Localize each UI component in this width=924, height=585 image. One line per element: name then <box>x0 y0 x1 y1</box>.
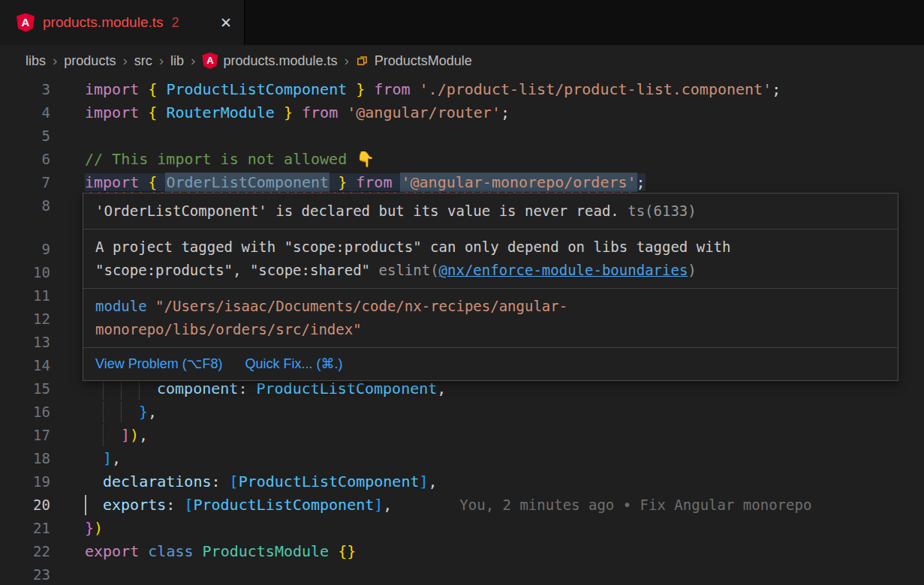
code-token: {} <box>338 542 356 560</box>
indent-guide <box>103 378 104 400</box>
hover-row-module-info: module "/Users/isaac/Documents/code/nx-r… <box>83 289 898 348</box>
breadcrumb-item-productsmodule[interactable]: ProductsModule <box>356 53 472 69</box>
tab-title: products.module.ts <box>43 14 164 31</box>
code-token: , <box>139 426 148 444</box>
eslint-rule-link[interactable]: @nx/enforce-module-boundaries <box>439 262 688 278</box>
breadcrumb-item-products-module-ts[interactable]: Aproducts.module.ts <box>202 52 337 69</box>
breadcrumb-separator: › <box>191 52 195 69</box>
indent-guide <box>121 378 122 400</box>
hover-row-ts-diagnostic: 'OrderListComponent' is declared but its… <box>83 194 898 230</box>
code-token: // This import is not allowed <box>85 150 356 168</box>
code-token: import <box>85 173 148 191</box>
code-token: : <box>166 496 184 514</box>
line-number-8[interactable]: 8 <box>0 194 50 218</box>
code-token: ; <box>501 104 510 122</box>
breadcrumb-separator: › <box>53 52 57 69</box>
code-line-6[interactable]: // This import is not allowed 👇 <box>85 148 924 171</box>
line-number-7[interactable]: 7 <box>0 171 50 194</box>
line-number-19[interactable]: 19 <box>0 470 50 494</box>
code-line-20[interactable]: exports: [ProductListComponent],You, 2 m… <box>85 494 924 517</box>
code-line-23[interactable] <box>85 563 924 585</box>
breadcrumb-label: src <box>134 53 152 69</box>
code-token: [ <box>184 496 193 514</box>
breadcrumb-separator: › <box>344 52 348 69</box>
line-number-9[interactable]: 9 <box>0 238 50 261</box>
breadcrumb-item-lib[interactable]: lib <box>170 53 184 69</box>
code-line-3[interactable]: import { ProductListComponent } from './… <box>85 78 924 101</box>
hover-text: ts(6133) <box>619 202 697 219</box>
code-token: ProductListComponent <box>193 496 374 514</box>
code-line-21[interactable]: }) <box>85 517 924 540</box>
code-token: exports <box>103 496 166 514</box>
code-token: component <box>157 380 238 398</box>
angular-icon: A <box>202 52 218 69</box>
code-token: { <box>148 80 166 98</box>
hover-text: eslint <box>379 262 431 278</box>
breadcrumb-label: ProductsModule <box>375 53 472 69</box>
code-line-18[interactable]: ], <box>85 447 924 470</box>
line-number-10[interactable]: 10 <box>0 261 50 284</box>
code-line-19[interactable]: declarations: [ProductListComponent], <box>85 470 924 494</box>
angular-icon-letter: A <box>22 16 30 28</box>
code-line-7[interactable]: import { OrderListComponent } from '@ang… <box>85 171 924 194</box>
breadcrumb-item-libs[interactable]: libs <box>26 53 46 69</box>
tab-bar: A products.module.ts 2 ✕ <box>0 0 924 45</box>
tab-products-module-ts[interactable]: A products.module.ts 2 ✕ <box>0 0 245 45</box>
line-number-13[interactable]: 13 <box>0 331 50 354</box>
line-number-22[interactable]: 22 <box>0 540 50 563</box>
line-number-14[interactable]: 14 <box>0 354 50 377</box>
hover-rows: 'OrderListComponent' is declared but its… <box>83 194 898 348</box>
code-token: : <box>212 472 230 490</box>
code-token: } <box>275 104 293 122</box>
hover-text: "/Users/isaac/Documents/code/nx-recipes/… <box>95 298 567 338</box>
quick-fix-action[interactable]: Quick Fix... (⌘.) <box>245 355 342 373</box>
line-number-18[interactable]: 18 <box>0 447 50 470</box>
class-symbol-icon <box>356 54 369 68</box>
code-token: ; <box>637 173 646 191</box>
indent-guide <box>103 401 104 423</box>
code-token: ] <box>103 449 112 467</box>
line-number-12[interactable]: 12 <box>0 308 50 331</box>
code-token: './product-list/product-list.component' <box>420 80 772 98</box>
line-number-4[interactable]: 4 <box>0 101 50 124</box>
line-number-23[interactable]: 23 <box>0 563 50 585</box>
code-token: { <box>148 173 166 191</box>
line-number-20[interactable]: 20 <box>0 494 50 517</box>
indent-guide <box>103 424 104 446</box>
hover-actions: View Problem (⌥F8)Quick Fix... (⌘.) <box>83 348 898 380</box>
hover-text: module <box>95 298 155 314</box>
line-number-17[interactable]: 17 <box>0 424 50 447</box>
close-icon[interactable]: ✕ <box>220 14 232 32</box>
code-token: export <box>85 542 148 560</box>
line-number-16[interactable]: 16 <box>0 400 50 424</box>
breadcrumb-item-src[interactable]: src <box>134 53 152 69</box>
code-line-4[interactable]: import { RouterModule } from '@angular/r… <box>85 101 924 124</box>
code-token: class <box>148 542 202 560</box>
code-token: ] <box>419 472 428 490</box>
code-token: ] <box>374 496 383 514</box>
code-token: '@angular/router' <box>347 104 501 122</box>
code-line-5[interactable] <box>85 124 924 148</box>
code-line-17[interactable]: ]), <box>85 424 924 447</box>
line-number-11[interactable]: 11 <box>0 284 50 308</box>
hover-text: ) <box>688 262 696 278</box>
line-number-5[interactable]: 5 <box>0 124 50 148</box>
line-number-15[interactable]: 15 <box>0 377 50 400</box>
code-token: ProductsModule <box>203 542 339 560</box>
breadcrumb: libs›products›src›lib›Aproducts.module.t… <box>0 45 924 76</box>
line-number-6[interactable]: 6 <box>0 148 50 171</box>
code-token: } <box>85 519 94 537</box>
code-token: OrderListComponent <box>166 173 329 191</box>
breadcrumb-item-products[interactable]: products <box>64 53 116 69</box>
code-token: ; <box>772 80 781 98</box>
code-line-22[interactable]: export class ProductsModule {} <box>85 540 924 563</box>
line-number-3[interactable]: 3 <box>0 78 50 101</box>
line-number-21[interactable]: 21 <box>0 517 50 540</box>
code-token: from <box>356 173 401 191</box>
code-line-16[interactable]: }, <box>85 400 924 424</box>
code-token: , <box>112 449 121 467</box>
code-token: import <box>85 80 148 98</box>
code-token: : <box>238 380 256 398</box>
view-problem-action[interactable]: View Problem (⌥F8) <box>95 355 222 373</box>
code-token: RouterModule <box>166 104 275 122</box>
